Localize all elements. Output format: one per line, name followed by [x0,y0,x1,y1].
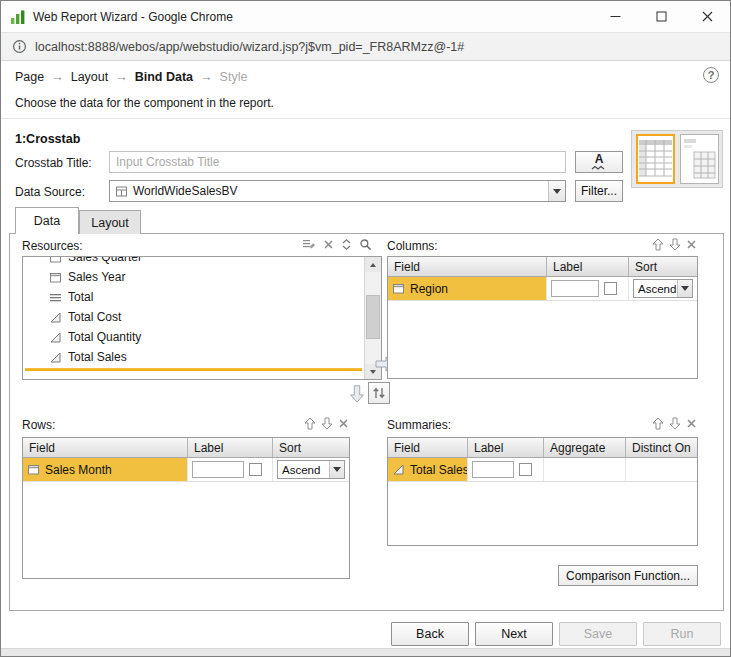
dropdown-arrow-icon[interactable] [548,181,565,201]
move-down-icon[interactable] [321,417,333,430]
font-style-button[interactable]: A [575,151,623,173]
move-down-arrow-icon [348,384,366,408]
field-name: Total Sales [410,463,468,477]
info-icon[interactable] [12,39,27,54]
measure-icon [49,351,62,364]
label-checkbox[interactable] [604,282,617,295]
maximize-button[interactable] [638,1,684,32]
label-cell [188,458,273,481]
bottom-scrollbar[interactable] [1,648,730,656]
measure-icon [49,331,62,344]
rows-table: Field Label Sort Sales Month Ascend [22,437,350,579]
summaries-row[interactable]: Total Sales [388,458,697,482]
data-source-label: Data Source: [15,185,85,199]
rows-table-header: Field Label Sort [23,438,349,458]
move-down-icon[interactable] [669,238,681,251]
sort-cell: Ascend [273,458,349,481]
remove-icon[interactable] [686,418,697,429]
remove-icon[interactable] [338,418,349,429]
columns-toolbar [652,238,697,251]
move-down-icon[interactable] [669,417,681,430]
breadcrumb-step-layout[interactable]: Layout [71,70,109,84]
run-button[interactable]: Run [643,622,721,646]
footer-buttons: Back Next Save Run [391,622,721,646]
crosstab-title-input[interactable] [109,151,566,173]
edit-list-icon[interactable] [302,238,316,251]
expand-collapse-icon[interactable] [341,238,352,251]
scrollbar-thumb[interactable] [366,295,380,339]
crosstab-title-label: Crosstab Title: [15,156,92,170]
resource-item-label: Sales Year [68,270,125,284]
page-url[interactable]: localhost:8888/webos/app/webstudio/wizar… [35,40,464,54]
swap-fields-button[interactable] [368,382,390,404]
resource-item-selected[interactable]: Total Sales [23,347,364,367]
move-up-icon[interactable] [304,417,316,430]
data-source-dropdown[interactable]: WorldWideSalesBV [109,180,566,202]
sort-select[interactable]: Ascend [277,460,345,479]
rows-row[interactable]: Sales Month Ascend [23,458,349,482]
tab-data[interactable]: Data [15,207,79,234]
title-bar: Web Report Wizard - Google Chrome [1,1,730,32]
resource-item-label: Total [68,290,93,304]
header-label: Label [468,438,544,457]
header-sort: Sort [629,257,697,276]
dimension-icon [27,463,40,476]
breadcrumb-step-page[interactable]: Page [15,70,44,84]
header-label: Label [188,438,273,457]
breadcrumb-arrow: → [51,70,64,84]
move-up-icon[interactable] [652,238,664,251]
sort-select[interactable]: Ascend [633,279,693,298]
resource-item[interactable]: Total Quantity [23,327,364,347]
wizard-instruction: Choose the data for the component in the… [15,96,274,110]
label-input[interactable] [192,461,244,478]
minimize-button[interactable] [592,1,638,32]
template-thumbnail-alt[interactable] [680,134,719,184]
back-button[interactable]: Back [391,622,469,646]
move-up-icon[interactable] [652,417,664,430]
label-checkbox[interactable] [519,463,532,476]
group-icon [49,291,62,304]
resource-item[interactable]: Sales Year [23,267,364,287]
clear-icon[interactable] [323,239,334,250]
header-field: Field [388,257,547,276]
template-preview-panel [631,130,723,188]
search-icon[interactable] [359,238,372,251]
dimension-icon [49,256,62,264]
resource-item[interactable]: Sales Quarter [23,256,364,267]
template-thumbnail-selected[interactable] [636,134,675,184]
help-icon[interactable]: ? [703,67,719,83]
header-label: Label [547,257,629,276]
resource-item-label: Total Quantity [68,330,141,344]
resources-items: Sales Quarter Sales Year Total Total Cos… [23,256,364,367]
header-field: Field [388,438,468,457]
columns-row[interactable]: Region Ascend [388,277,697,301]
field-cell[interactable]: Sales Month [23,458,188,481]
underline-squiggle-icon [591,165,607,170]
rows-label: Rows: [22,418,55,432]
field-name: Region [410,282,448,296]
field-cell[interactable]: Total Sales [388,458,468,481]
resource-item[interactable]: Total [23,287,364,307]
breadcrumb: Page → Layout → Bind Data → Style [15,70,247,84]
summaries-table-header: Field Label Aggregate Distinct On [388,438,697,458]
resource-item[interactable]: Total Cost [23,307,364,327]
bind-data-panel: Resources: Sales Quarter [9,233,724,611]
tab-layout[interactable]: Layout [79,210,141,234]
label-input[interactable] [472,461,514,478]
save-button[interactable]: Save [559,622,637,646]
next-button[interactable]: Next [475,622,553,646]
label-input[interactable] [551,280,599,297]
breadcrumb-step-style: Style [220,70,248,84]
breadcrumb-step-bind-data[interactable]: Bind Data [135,70,193,84]
comparison-function-button[interactable]: Comparison Function... [558,565,698,586]
filter-button[interactable]: Filter... [575,180,623,202]
scroll-up-icon[interactable] [365,257,381,272]
aggregate-cell [544,458,626,481]
resources-list: Sales Quarter Sales Year Total Total Cos… [22,256,382,380]
label-checkbox[interactable] [249,463,262,476]
remove-icon[interactable] [686,239,697,250]
component-title: 1:Crosstab [15,132,80,146]
field-cell[interactable]: Region [388,277,547,300]
close-button[interactable] [684,1,730,32]
window-title: Web Report Wizard - Google Chrome [33,10,233,24]
